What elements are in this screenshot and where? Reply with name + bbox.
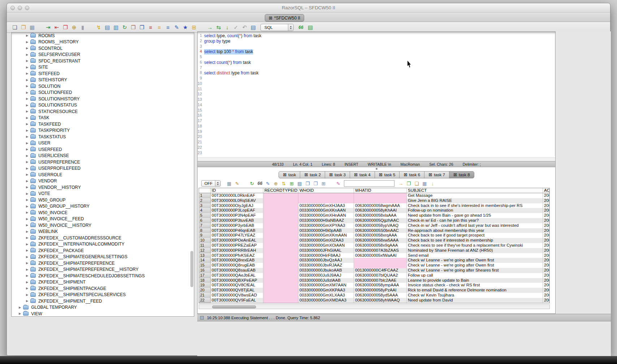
table-cell[interactable]: 006300000058xrqAAA [354, 233, 407, 238]
table-cell[interactable]: 200 [543, 233, 549, 238]
row-number-cell[interactable]: 6 [199, 218, 211, 224]
editor-line[interactable]: 7 [198, 65, 555, 71]
table-cell[interactable]: 006300000058ympAAA [354, 283, 407, 288]
table-cell[interactable] [263, 223, 298, 229]
table-cell[interactable]: 006300000058ypVAAQ [354, 223, 407, 229]
log-notes-icon[interactable]: ▤ [250, 24, 257, 31]
table-cell[interactable]: 200 [543, 213, 549, 218]
results-grid-header[interactable]: IDRECORDTYPEIDWHOIDWHATIDSUBJECTAC [199, 188, 549, 193]
editor-line[interactable]: 12 [198, 92, 555, 97]
editor-line[interactable]: 1select type, count(*) from task [198, 33, 555, 39]
disclosure-triangle-icon[interactable]: ▶ [26, 224, 28, 227]
table-cell[interactable]: 200 [543, 223, 549, 229]
row-number-cell[interactable]: 18 [199, 278, 211, 283]
tree-item[interactable]: ▶SOLUTIONSTATUS [12, 102, 194, 109]
table-cell[interactable] [354, 258, 407, 263]
table-cell[interactable] [263, 278, 298, 283]
row-number-cell[interactable]: 3 [199, 203, 211, 209]
disclosure-triangle-icon[interactable]: ▶ [26, 261, 28, 265]
disconnect-icon[interactable]: ⇤ [53, 24, 60, 31]
result-tab-task[interactable]: ⊠task [279, 171, 300, 178]
disclosure-triangle-icon[interactable]: ▶ [26, 122, 28, 126]
table-cell[interactable]: 0033000000GmXHJAA3 [298, 203, 354, 209]
table-row[interactable]: 1500T3000000Q8rugEAB0033000000JbvRJAAZCh… [199, 263, 549, 268]
table-row[interactable]: 2200T3000000QV9FaEAL0033000000GmXMDAA300… [199, 298, 549, 303]
editor-line[interactable]: 6select count(*) from task [198, 60, 555, 65]
editor-line[interactable]: 10 [198, 81, 555, 87]
table-cell[interactable]: 0033000000GmXOiAAN [298, 243, 354, 248]
table-cell[interactable] [354, 263, 407, 268]
table-cell[interactable]: Nominated by Shane Freeman at ANZ (HR50) [407, 248, 543, 254]
editor-hscrollbar[interactable] [198, 157, 555, 161]
table-cell[interactable]: 006300000058xw5AAA [354, 238, 407, 243]
copy-rows-icon[interactable]: ❐ [312, 180, 319, 187]
table-cell[interactable]: 200 [543, 263, 549, 268]
table-cell[interactable]: 00630000007A3bZAAS [354, 248, 407, 254]
tree-item[interactable]: ▶SFDC_REGISTRANT [12, 58, 194, 64]
table-cell[interactable]: 0013000000C4fFCAAZ [354, 268, 407, 273]
table-cell[interactable]: Rick to email David & reference Delmonte… [407, 288, 543, 293]
table-cell[interactable] [263, 258, 298, 263]
disclosure-triangle-icon[interactable]: ▶ [26, 249, 28, 252]
disclosure-triangle-icon[interactable]: ▶ [26, 116, 28, 120]
editor-line[interactable]: 23 [198, 151, 555, 156]
table-cell[interactable]: 200 [543, 248, 549, 254]
tree-item[interactable]: ▶ZKFEDEX__SHIPMENT__FEED [12, 298, 194, 304]
table-cell[interactable]: Need update from David [407, 298, 543, 303]
table-cell[interactable]: 200 [543, 243, 549, 248]
table-cell[interactable]: 0033000000GmXLXAA3 [298, 293, 354, 298]
table-cell[interactable] [263, 283, 298, 288]
table-cell[interactable]: 200 [543, 198, 549, 204]
reference-book-icon[interactable]: ❒ [138, 24, 146, 31]
statement-type-select[interactable]: SQL ▲▼ [260, 24, 294, 31]
table-cell[interactable]: 00T3000000P3LopEAF [211, 208, 263, 213]
column-header[interactable]: ID [211, 188, 263, 193]
title-bar[interactable]: RazorSQL – SFDCW50 II [7, 3, 610, 13]
close-tab-icon[interactable]: ⊠ [283, 173, 286, 177]
format-pencil-icon[interactable]: ✎ [173, 24, 180, 31]
table-cell[interactable]: 00T3000000P46qnEAB [211, 228, 263, 234]
table-cell[interactable]: 0033000000JbvRJAAZ [298, 263, 354, 268]
table-cell[interactable]: 00T3000000QBXPeEAP [211, 278, 263, 283]
disclosure-triangle-icon[interactable]: ▶ [26, 129, 28, 132]
tree-item[interactable]: ▶ROOMS [12, 32, 194, 39]
table-cell[interactable]: 00T3000000Q8sauEAB [211, 268, 263, 273]
table-cell[interactable]: Get Massage [407, 193, 543, 199]
table-cell[interactable]: Leanne to provide update to Bain [407, 278, 543, 283]
disclosure-triangle-icon[interactable]: ▶ [26, 205, 28, 208]
result-tab-task-7[interactable]: ⊠task 7 [424, 171, 449, 178]
editor-line[interactable]: 8select distinct type from task [198, 70, 555, 76]
table-cell[interactable]: Check nexis to see if they've found a re… [407, 243, 543, 248]
disclosure-triangle-icon[interactable]: ▶ [26, 173, 28, 176]
table-cell[interactable]: 006300000058xlaAAA [354, 213, 407, 218]
execute-icon[interactable]: ↯ [95, 24, 102, 31]
column-header[interactable] [199, 188, 211, 193]
table-cell[interactable]: 00630000005QgzhAAC [354, 218, 407, 224]
tree-item[interactable]: ▶SOLUTION [12, 83, 194, 90]
column-header[interactable]: RECORDTYPEID [263, 188, 298, 193]
table-cell[interactable]: Check w/ Kevin Tsujihara [407, 293, 543, 298]
result-tab-task-6[interactable]: ⊠task 6 [399, 171, 424, 178]
document-tab[interactable]: ⊠ *SFDCW50 II [265, 14, 304, 22]
sort-rows-icon[interactable]: ⇅ [280, 180, 287, 187]
table-row[interactable]: 800T3000000P46qnEAB0033000000H9i0pAAB006… [199, 228, 549, 233]
tree-item[interactable]: ▶ZKFEDEX__CUSTOMADDRESSSOURCE [12, 235, 194, 241]
tree-item[interactable]: ▶USER [12, 140, 194, 147]
disclosure-triangle-icon[interactable]: ▶ [26, 47, 28, 50]
table-row[interactable]: 600T3000000P3tuvEAB0033000000H9aNBAAZ006… [199, 218, 549, 223]
row-number-cell[interactable]: 19 [199, 283, 211, 288]
table-cell[interactable]: Need update from Bain - gave go ahead 1/… [407, 213, 543, 218]
table-cell[interactable]: 006300000058yPzAAI [354, 288, 407, 293]
row-number-cell[interactable]: 4 [199, 208, 211, 213]
table-cell[interactable]: 0033000000Ju9J9AAJ [298, 273, 354, 278]
table-row[interactable]: 1000T3000000POeAnEAL0033000000GmXIZAA300… [199, 238, 549, 243]
disclosure-triangle-icon[interactable]: ▶ [26, 211, 28, 214]
select-stepper-icon[interactable]: ▲▼ [288, 24, 293, 31]
disclosure-triangle-icon[interactable]: ▶ [26, 167, 28, 170]
table-cell[interactable]: 200 [543, 283, 549, 288]
table-cell[interactable]: Give Jenn a BIG RAISE [407, 198, 543, 204]
close-tab-icon[interactable]: ⊠ [304, 173, 308, 177]
table-cell[interactable]: 0033000000H9aNBAAZ [298, 218, 354, 224]
tree-item[interactable]: ▶USERLICENSE [12, 153, 194, 159]
tree-item[interactable]: ▶SELFSERVICEUSER [12, 52, 194, 58]
